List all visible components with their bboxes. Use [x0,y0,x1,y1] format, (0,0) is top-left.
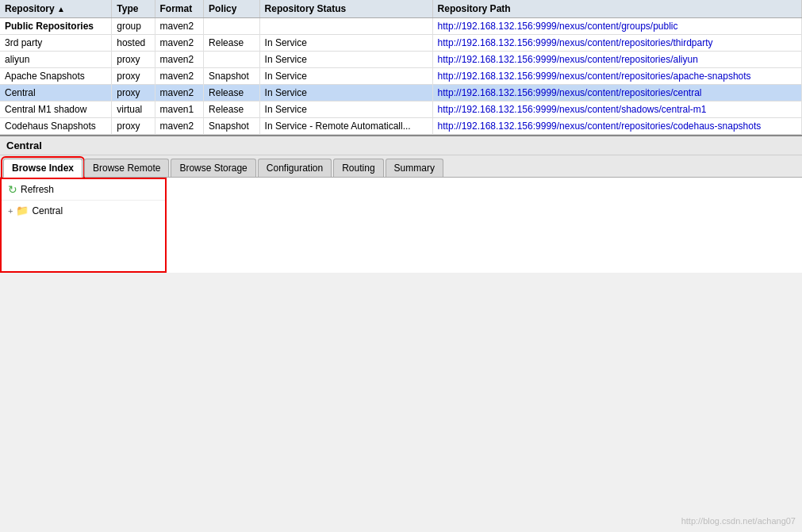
cell-format: maven2 [155,68,204,85]
col-type[interactable]: Type [112,0,155,18]
col-status-label: Repository Status [265,3,347,14]
repository-table: Repository ▲ Type Format Policy Reposito… [0,0,802,135]
table-row[interactable]: Codehaus Snapshotsproxymaven2SnapshotIn … [0,118,802,135]
cell-repository_path: http://192.168.132.156:9999/nexus/conten… [432,118,801,135]
browse-index-panel: ↻ Refresh + 📁 Central [0,178,167,273]
table-header-row: Repository ▲ Type Format Policy Reposito… [0,0,802,18]
tab-content-right [167,178,802,273]
cell-policy: Snapshot [204,68,259,85]
tab-summary[interactable]: Summary [386,159,443,177]
cell-type: proxy [112,85,155,101]
cell-policy: Release [204,85,259,101]
refresh-label: Refresh [21,184,54,195]
sort-arrow-icon: ▲ [57,5,65,13]
cell-format: maven2 [155,18,204,35]
cell-type: virtual [112,101,155,118]
col-repository-label: Repository [5,3,55,14]
col-path-label: Repository Path [438,3,511,14]
cell-format: maven2 [155,35,204,52]
cell-repository_path: http://192.168.132.156:9999/nexus/conten… [432,101,801,118]
cell-policy: Release [204,35,259,52]
cell-repository_status: In Service [259,52,432,68]
tab-routing[interactable]: Routing [333,159,383,177]
cell-repository: Central M1 shadow [0,101,112,118]
col-repository[interactable]: Repository ▲ [0,0,112,18]
cell-repository_path: http://192.168.132.156:9999/nexus/conten… [432,68,801,85]
cell-repository_status: In Service [259,85,432,101]
cell-format: maven2 [155,118,204,135]
table-row[interactable]: Apache Snapshotsproxymaven2SnapshotIn Se… [0,68,802,85]
cell-repository_status: In Service [259,35,432,52]
tree-row[interactable]: + 📁 Central [2,201,165,220]
cell-type: proxy [112,68,155,85]
cell-format: maven2 [155,85,204,101]
table-row[interactable]: Centralproxymaven2ReleaseIn Servicehttp:… [0,85,802,101]
cell-repository: Codehaus Snapshots [0,118,112,135]
cell-repository_path: http://192.168.132.156:9999/nexus/conten… [432,52,801,68]
cell-type: proxy [112,52,155,68]
col-path[interactable]: Repository Path [432,0,801,18]
cell-repository: Public Repositories [0,18,112,35]
table-row[interactable]: aliyunproxymaven2In Servicehttp://192.16… [0,52,802,68]
cell-policy: Release [204,101,259,118]
col-format[interactable]: Format [155,0,204,18]
repo-table-container: Repository ▲ Type Format Policy Reposito… [0,0,802,135]
col-policy-label: Policy [209,3,236,14]
bottom-panel: Central Browse IndexBrowse RemoteBrowse … [0,135,802,273]
cell-repository_path: http://192.168.132.156:9999/nexus/conten… [432,35,801,52]
refresh-icon: ↻ [8,183,17,196]
tab-content: ↻ Refresh + 📁 Central [0,178,802,273]
cell-repository_status: In Service [259,68,432,85]
cell-repository: 3rd party [0,35,112,52]
col-status[interactable]: Repository Status [259,0,432,18]
cell-repository_path: http://192.168.132.156:9999/nexus/conten… [432,18,801,35]
cell-repository: aliyun [0,52,112,68]
tree-item-label: Central [32,205,63,216]
cell-type: proxy [112,118,155,135]
col-policy[interactable]: Policy [204,0,259,18]
cell-policy: Snapshot [204,118,259,135]
tree-expand-icon: + [8,206,13,216]
tab-configuration[interactable]: Configuration [258,159,332,177]
refresh-row[interactable]: ↻ Refresh [2,179,165,201]
tabs-bar: Browse IndexBrowse RemoteBrowse StorageC… [0,155,802,178]
cell-format: maven1 [155,101,204,118]
col-type-label: Type [117,3,138,14]
table-row[interactable]: Public Repositoriesgroupmaven2http://192… [0,18,802,35]
tab-browse-storage[interactable]: Browse Storage [171,159,255,177]
table-row[interactable]: 3rd partyhostedmaven2ReleaseIn Serviceht… [0,35,802,52]
cell-repository_status [259,18,432,35]
cell-repository_status: In Service [259,101,432,118]
tab-browse-index[interactable]: Browse Index [3,159,83,178]
cell-repository_status: In Service - Remote Automaticall... [259,118,432,135]
cell-format: maven2 [155,52,204,68]
cell-repository_path: http://192.168.132.156:9999/nexus/conten… [432,85,801,101]
cell-type: group [112,18,155,35]
cell-policy [204,18,259,35]
cell-repository: Apache Snapshots [0,68,112,85]
panel-title: Central [0,136,802,155]
cell-type: hosted [112,35,155,52]
folder-icon: 📁 [16,205,29,216]
cell-repository: Central [0,85,112,101]
tab-browse-remote[interactable]: Browse Remote [84,159,169,177]
table-row[interactable]: Central M1 shadowvirtualmaven1ReleaseIn … [0,101,802,118]
col-format-label: Format [160,3,193,14]
cell-policy [204,52,259,68]
